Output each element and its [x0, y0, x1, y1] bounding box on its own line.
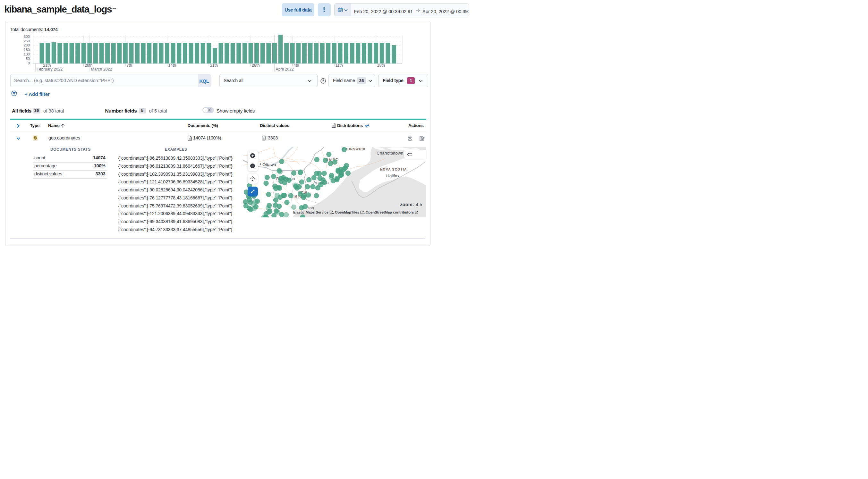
svg-text:Charlottetown: Charlottetown — [377, 150, 403, 155]
svg-text:NOVA SCOTIA: NOVA SCOTIA — [380, 168, 407, 171]
svg-text:Halifax: Halifax — [386, 173, 400, 178]
svg-text:?: ? — [322, 79, 324, 83]
svg-text:Ottawa: Ottawa — [262, 162, 276, 167]
svg-text:zoom: 4.5: zoom: 4.5 — [400, 202, 423, 207]
svg-text:ton: ton — [308, 205, 314, 210]
